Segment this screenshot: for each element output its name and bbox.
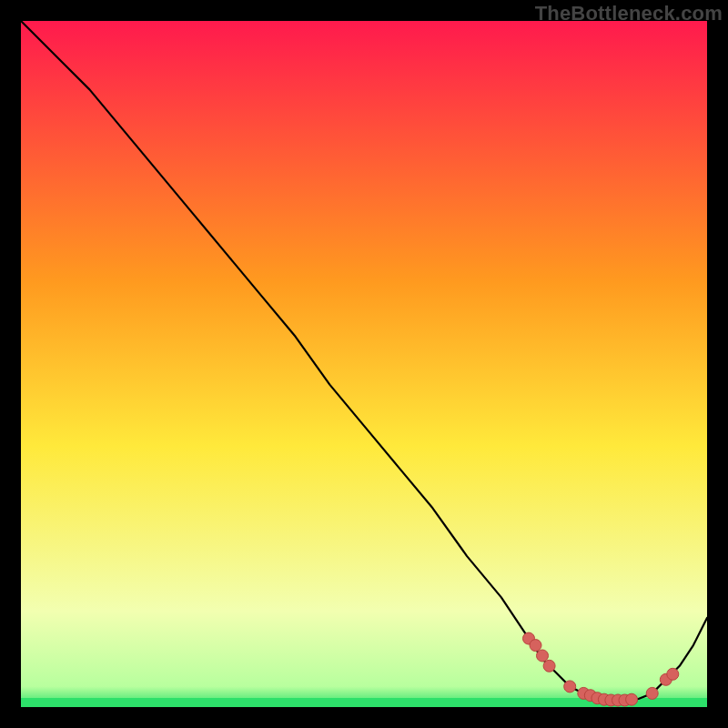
- chart-svg: [21, 21, 707, 707]
- svg-rect-0: [21, 21, 707, 707]
- svg-point-17: [667, 668, 679, 680]
- watermark-text: TheBottleneck.com: [535, 2, 723, 25]
- svg-point-14: [626, 693, 638, 705]
- svg-point-15: [646, 687, 658, 699]
- svg-point-3: [530, 640, 541, 652]
- chart-frame: TheBottleneck.com: [0, 0, 728, 728]
- plot-area: [21, 21, 707, 707]
- svg-point-4: [537, 650, 549, 662]
- svg-point-5: [543, 660, 555, 672]
- svg-point-6: [564, 681, 576, 693]
